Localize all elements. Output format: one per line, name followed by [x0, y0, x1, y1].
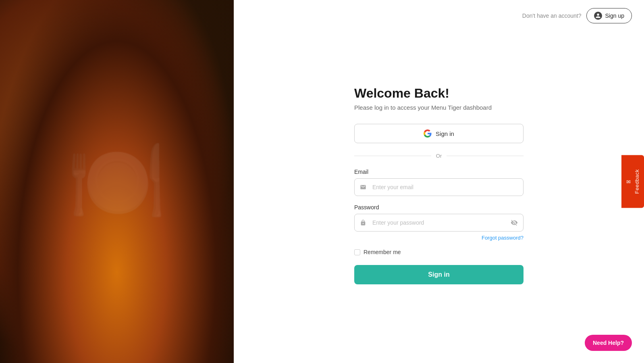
need-help-button[interactable]: Need Help?: [585, 335, 632, 351]
password-field-group: Password: [354, 204, 524, 240]
remember-me-label[interactable]: Remember me: [364, 249, 401, 255]
welcome-title: Welcome Back!: [354, 86, 449, 101]
divider-line-left: [354, 156, 431, 156]
email-input-wrapper: [354, 178, 524, 196]
email-label: Email: [354, 169, 524, 175]
signup-label: Sign up: [605, 13, 624, 19]
signup-button[interactable]: Sign up: [586, 8, 632, 23]
welcome-subtitle: Please log in to access your Menu Tiger …: [354, 104, 492, 111]
hero-image-panel: [0, 0, 234, 363]
forgot-password-link[interactable]: Forgot password?: [482, 235, 524, 241]
remember-me-checkbox[interactable]: [354, 249, 360, 255]
feedback-tab[interactable]: ✉ Feedback: [621, 155, 644, 208]
forgot-password-row: Forgot password?: [354, 235, 524, 241]
google-logo-icon: [424, 129, 432, 138]
google-signin-label: Sign in: [436, 130, 454, 137]
email-input[interactable]: [354, 178, 524, 196]
remember-me-row: Remember me: [354, 249, 401, 255]
form-container: Welcome Back! Please log in to access yo…: [314, 31, 564, 363]
password-toggle-icon[interactable]: [511, 219, 518, 226]
feedback-envelope-icon: ✉: [625, 178, 632, 185]
password-label: Password: [354, 204, 524, 211]
or-divider: Or: [354, 153, 524, 159]
or-text: Or: [436, 153, 442, 159]
login-panel: Don't have an account? Sign up Welcome B…: [234, 0, 644, 363]
account-icon: [594, 12, 602, 20]
feedback-label: Feedback: [634, 169, 640, 194]
password-input[interactable]: [354, 214, 524, 232]
top-bar: Don't have an account? Sign up: [234, 0, 644, 31]
divider-line-right: [447, 156, 524, 156]
dont-have-account-text: Don't have an account?: [522, 13, 582, 19]
email-icon: [360, 184, 366, 190]
feedback-tab-container: ✉ Feedback: [621, 155, 644, 208]
signin-button[interactable]: Sign in: [354, 265, 524, 284]
lock-icon: [360, 219, 366, 226]
password-input-wrapper: [354, 214, 524, 232]
google-signin-button[interactable]: Sign in: [354, 124, 524, 143]
email-field-group: Email: [354, 169, 524, 204]
food-image: [0, 0, 234, 363]
